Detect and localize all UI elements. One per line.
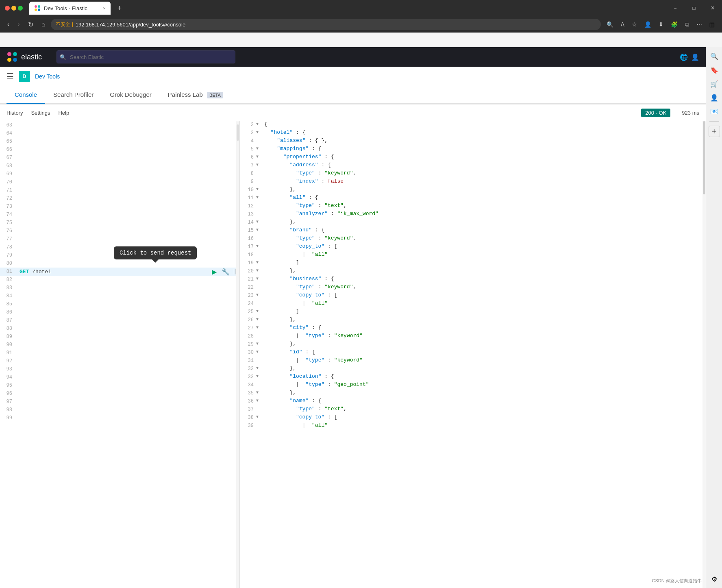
tab-console[interactable]: Console	[7, 86, 45, 104]
editor-scrollbar[interactable]	[236, 121, 239, 588]
right-panel-search-btn[interactable]: 🔍	[709, 50, 720, 62]
run-button[interactable]: ▶	[210, 267, 218, 277]
sidebar-toggle[interactable]: ◫	[707, 20, 717, 29]
list-item: 36 ▼ "name" : {	[240, 398, 706, 406]
tab-painless-lab[interactable]: Painless Lab BETA	[160, 86, 231, 104]
help-button[interactable]: 🌐	[680, 53, 688, 61]
beta-badge: BETA	[207, 92, 223, 98]
right-panel-user-btn[interactable]: 👤	[709, 92, 720, 103]
time-badge: 923 ms	[682, 110, 699, 116]
history-button[interactable]: History	[7, 110, 23, 116]
address-bar: ‹ › ↻ ⌂ 不安全 | 192.168.174.129:5601/app/d…	[0, 16, 722, 33]
search-button[interactable]: 🔍	[604, 20, 616, 29]
browser-tab-active[interactable]: Dev Tools - Elastic ×	[29, 2, 111, 15]
window-minimize-button[interactable]	[11, 6, 16, 11]
url-bar[interactable]: 不安全 | 192.168.174.129:5601/app/dev_tools…	[51, 19, 600, 30]
list-item: 39 | "all"	[240, 422, 706, 430]
list-item: 6 ▼ "properties" : {	[240, 154, 706, 162]
watermark: CSDN @路人信向道指牛	[652, 578, 702, 584]
win-close-icon[interactable]: ×	[703, 0, 722, 16]
list-item: 25 ▼ ]	[240, 308, 706, 316]
window-maximize-button[interactable]	[18, 6, 23, 11]
list-item: 15 ▼ "brand" : {	[240, 227, 706, 235]
right-panel-outlook-btn[interactable]: 📧	[709, 106, 720, 117]
output-lines: 2 ▼ { 3 ▼ "hotel" : { 4 "aliases" : { },	[240, 121, 706, 588]
tab-favicon	[34, 5, 41, 11]
extensions-button[interactable]: 🧩	[668, 20, 680, 29]
win-minimize-icon[interactable]: −	[666, 0, 685, 16]
help-console-button[interactable]: Help	[58, 110, 69, 116]
table-row: 84	[0, 292, 239, 300]
table-row: 98	[0, 406, 239, 414]
editor-active-line[interactable]: 81 GET /hotel Click to send request ▶ 🔧 …	[0, 268, 239, 276]
translate-button[interactable]: A	[618, 20, 627, 29]
table-row: 66	[0, 146, 239, 154]
security-warning: 不安全 |	[56, 21, 73, 28]
home-button[interactable]: ⌂	[39, 19, 48, 30]
title-bar: Dev Tools - Elastic × + − □ ×	[0, 0, 722, 16]
list-item: 13 "analyzer" : "ik_max_word"	[240, 211, 706, 219]
list-item: 9 "index" : false	[240, 178, 706, 186]
list-item: 2 ▼ {	[240, 121, 706, 129]
table-row: 74	[0, 211, 239, 219]
output-scrollbar-thumb	[703, 121, 705, 194]
console-toolbar: History Settings Help 200 - OK 923 ms	[0, 105, 706, 121]
app-toolbar: ☰ D Dev Tools	[0, 67, 706, 86]
line-action-buttons: ▶ 🔧 ‖	[210, 268, 236, 276]
settings-button[interactable]: Settings	[31, 110, 50, 116]
table-row: 88	[0, 324, 239, 333]
list-item: 4 "aliases" : { },	[240, 137, 706, 146]
right-panel-settings-btn[interactable]: ⚙	[709, 573, 720, 585]
elastic-logo: elastic	[7, 51, 42, 63]
right-panel-add-btn[interactable]: +	[709, 126, 720, 137]
svg-point-1	[38, 5, 40, 8]
list-item: 16 "type" : "keyword",	[240, 235, 706, 243]
table-row: 96	[0, 390, 239, 398]
svg-point-5	[13, 52, 17, 56]
list-item: 20 ▼ },	[240, 268, 706, 276]
hamburger-button[interactable]: ☰	[7, 72, 14, 81]
elastic-search-input[interactable]	[57, 50, 235, 63]
table-row: 97	[0, 398, 239, 406]
table-row: 83	[0, 284, 239, 292]
profile-button[interactable]: 👤	[642, 20, 654, 29]
download-button[interactable]: ⬇	[656, 20, 666, 29]
list-item: 23 ▼ "copy_to" : [	[240, 292, 706, 300]
editor-pane[interactable]: 63 64 65 66 67 68 69 70 71 72 73 74 75 7…	[0, 121, 240, 588]
forward-button[interactable]: ›	[15, 19, 22, 30]
tab-search-profiler[interactable]: Search Profiler	[45, 86, 102, 104]
more-button[interactable]: ⋯	[694, 20, 705, 29]
elastic-search-wrapper: 🔍	[57, 50, 235, 63]
table-row: 91	[0, 349, 239, 357]
right-panel-cart-btn[interactable]: 🛒	[709, 78, 720, 89]
refresh-button[interactable]: ↻	[26, 19, 36, 30]
table-row: 99	[0, 414, 239, 422]
back-button[interactable]: ‹	[5, 19, 12, 30]
table-row: 64	[0, 129, 239, 137]
right-panel-bookmark-btn[interactable]: 🔖	[709, 64, 720, 76]
wrench-button[interactable]: 🔧	[220, 267, 231, 277]
new-tab-button[interactable]: +	[114, 2, 125, 14]
list-item: 37 "type" : "text",	[240, 406, 706, 414]
table-row: 82	[0, 276, 239, 284]
elastic-logo-icon	[7, 51, 18, 63]
bookmark-button[interactable]: ☆	[629, 20, 639, 29]
table-row: 63	[0, 121, 239, 129]
list-item: 28 | "type" : "keyword"	[240, 333, 706, 341]
breadcrumb-devtools[interactable]: Dev Tools	[35, 73, 60, 80]
svg-point-7	[13, 58, 17, 62]
list-item: 19 ▼ ]	[240, 259, 706, 268]
list-item: 38 ▼ "copy_to" : [	[240, 414, 706, 422]
win-maximize-icon[interactable]: □	[685, 0, 703, 16]
split-view-button[interactable]: ⧉	[683, 20, 692, 30]
user-avatar[interactable]: D	[19, 71, 30, 82]
window-close-button[interactable]	[5, 6, 10, 11]
tab-close-button[interactable]: ×	[103, 6, 106, 11]
table-row: 75	[0, 219, 239, 227]
list-item: 35 ▼ },	[240, 390, 706, 398]
list-item: 17 ▼ "copy_to" : [	[240, 243, 706, 251]
output-scrollbar[interactable]	[702, 121, 706, 588]
table-row: 80	[0, 259, 239, 268]
tab-grok-debugger[interactable]: Grok Debugger	[102, 86, 160, 104]
user-menu-button[interactable]: 👤	[691, 53, 699, 61]
